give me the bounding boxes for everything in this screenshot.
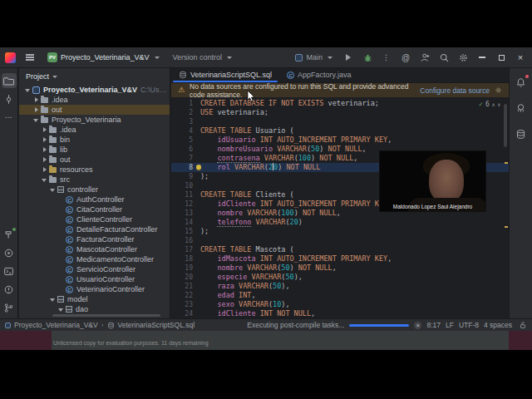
tree-item--idea[interactable]: .idea — [19, 95, 170, 105]
terminal-tool-icon[interactable] — [2, 264, 17, 278]
tree-item-citacontroller[interactable]: CCitaController — [19, 204, 170, 214]
chevron-right-icon[interactable] — [41, 146, 48, 154]
notifications-bell-icon[interactable] — [514, 75, 529, 90]
code-line-21[interactable]: 21 raza VARCHAR(50), — [171, 282, 509, 291]
tree-item-label: VeterinarioController — [76, 284, 145, 294]
line-ending[interactable]: LF — [446, 321, 454, 329]
run-tool-icon[interactable] — [2, 245, 17, 260]
code-line-14[interactable]: 14 telefono VARCHAR(20) — [171, 218, 509, 227]
tab-appfactory[interactable]: C AppFactory.java — [279, 67, 358, 82]
tree-item-clientecontroller[interactable]: CClienteController — [19, 214, 170, 224]
run-button[interactable] — [342, 51, 355, 64]
maximize-button[interactable] — [495, 51, 508, 64]
code-line-2[interactable]: 2USE veterinaria; — [171, 108, 509, 117]
intention-bulb-icon[interactable] — [196, 165, 201, 170]
search-icon[interactable] — [437, 51, 451, 64]
database-tool-icon[interactable] — [514, 126, 529, 141]
inspections-widget[interactable]: ✓ 6 ∧ ∨ — [479, 101, 500, 108]
configure-data-source-link[interactable]: Configure data source — [420, 86, 490, 95]
code-with-me-icon[interactable]: @ — [399, 51, 412, 64]
tree-item-controller[interactable]: controller — [19, 185, 170, 195]
tree-item-model[interactable]: model — [19, 294, 170, 304]
code-line-18[interactable]: 18 idMascota INT AUTO_INCREMENT PRIMARY … — [171, 254, 509, 264]
chevron-down-icon[interactable] — [32, 116, 40, 124]
file-encoding[interactable]: UTF-8 — [459, 321, 479, 329]
tree-item-proyecto-veterinaria-v-v[interactable]: Proyecto_Veterinaria_V&VC:\Users\Alejand… — [19, 85, 170, 95]
code-line-4[interactable]: 4CREATE TABLE Usuario ( — [171, 126, 509, 135]
chevron-down-icon[interactable] — [57, 306, 65, 313]
code-line-1[interactable]: 1CREATE DATABASE IF NOT EXISTS veterinar… — [171, 99, 509, 108]
chevron-down-icon[interactable]: ∨ — [497, 101, 500, 107]
tree-item-usuariocontroller[interactable]: CUsuarioController — [19, 274, 170, 284]
run-configuration-widget[interactable]: Main — [292, 52, 336, 63]
code-line-23[interactable]: 23 sexo VARCHAR(10), — [171, 300, 509, 309]
code-line-17[interactable]: 17CREATE TABLE Mascota ( — [171, 245, 509, 254]
breadcrumb[interactable]: Proyecto_Veterinaria_V&V › VeterinariaSc… — [5, 321, 195, 329]
tree-item-dao[interactable]: dao — [19, 304, 170, 314]
tree-item-out[interactable]: out — [19, 155, 170, 165]
project-tool-icon[interactable] — [2, 73, 17, 88]
banner-settings-icon[interactable] — [495, 86, 502, 95]
tab-veterinariascriptsql[interactable]: VeterinariaScriptSQL.sql — [171, 67, 279, 82]
more-tool-windows-icon[interactable]: ⋯ — [2, 110, 17, 125]
tree-item--idea[interactable]: .idea — [19, 125, 170, 135]
main-menu-icon[interactable] — [26, 54, 34, 55]
chevron-down-icon[interactable] — [49, 296, 57, 303]
line-number: 21 — [171, 282, 193, 291]
close-button[interactable]: × — [514, 51, 527, 64]
cancel-task-icon[interactable]: × — [414, 322, 421, 329]
add-user-icon[interactable] — [418, 51, 431, 64]
chevron-right-icon[interactable] — [32, 106, 40, 114]
code-line-16[interactable]: 16 — [171, 236, 509, 245]
breadcrumb-file[interactable]: VeterinariaScriptSQL.sql — [118, 321, 195, 329]
caret-position[interactable]: 8:17 — [426, 321, 441, 329]
tree-item-facturacontroller[interactable]: CFacturaController — [19, 234, 170, 244]
build-tool-icon[interactable] — [2, 227, 17, 242]
version-control-widget[interactable]: Version control — [170, 52, 236, 63]
tree-item-authcontroller[interactable]: CAuthController — [19, 195, 170, 204]
chevron-right-icon[interactable] — [41, 156, 48, 164]
code-line-3[interactable]: 3 — [171, 117, 509, 126]
tree-item-serviciocontroller[interactable]: CServicioController — [19, 264, 170, 274]
editor-scrollbar[interactable] — [504, 104, 507, 147]
chevron-up-icon[interactable]: ∧ — [492, 101, 495, 107]
code-line-15[interactable]: 15); — [171, 227, 509, 236]
chevron-down-icon[interactable] — [24, 86, 32, 94]
version-control-tool-icon[interactable] — [2, 300, 17, 315]
tree-item-veterinariocontroller[interactable]: CVeterinarioController — [19, 284, 170, 294]
readonly-lock-icon[interactable] — [519, 321, 527, 329]
code-line-20[interactable]: 20 especie VARCHAR(50), — [171, 273, 509, 282]
chevron-right-icon[interactable] — [32, 96, 40, 104]
tree-item-medicamentocontroller[interactable]: CMedicamentoController — [19, 254, 170, 264]
code-line-5[interactable]: 5 idUsuario INT AUTO_INCREMENT PRIMARY K… — [171, 135, 509, 145]
chevron-right-icon[interactable] — [41, 126, 48, 134]
chevron-down-icon[interactable] — [49, 186, 57, 194]
project-panel-header[interactable]: Project — [19, 68, 170, 85]
tree-item-src[interactable]: src — [19, 175, 170, 185]
tree-item-proyecto-veterinaria[interactable]: Proyecto_Veterinaria — [19, 115, 170, 125]
chevron-down-icon[interactable] — [41, 176, 48, 184]
project-widget[interactable]: PV Proyecto_Veterinaria_V&V — [44, 51, 163, 64]
tree-item-mascotacontroller[interactable]: CMascotaController — [19, 244, 170, 254]
breadcrumb-project[interactable]: Proyecto_Veterinaria_V&V — [14, 321, 98, 329]
problems-tool-icon[interactable] — [2, 282, 17, 297]
code-line-22[interactable]: 22 edad INT, — [171, 291, 509, 300]
ai-assistant-icon[interactable] — [514, 101, 529, 116]
tree-item-detallefacturacontroller[interactable]: CDetalleFacturaController — [19, 224, 170, 234]
chevron-right-icon[interactable] — [41, 166, 48, 174]
horizontal-scrollbar[interactable] — [52, 314, 160, 317]
more-actions-icon[interactable]: ⋮ — [380, 51, 393, 64]
minimize-button[interactable] — [475, 51, 489, 64]
code-line-19[interactable]: 19 nombre VARCHAR(50) NOT NULL, — [171, 264, 509, 273]
tree-item-lib[interactable]: lib — [19, 145, 170, 155]
commit-tool-icon[interactable] — [2, 91, 17, 106]
debug-button[interactable] — [361, 51, 374, 64]
tree-item-resources[interactable]: resources — [19, 165, 170, 175]
settings-gear-icon[interactable] — [456, 51, 470, 64]
indent-setting[interactable]: 4 spaces — [484, 321, 512, 329]
tree-item-out[interactable]: out — [19, 105, 170, 115]
chevron-right-icon[interactable] — [41, 136, 48, 144]
tree-item-bin[interactable]: bin — [19, 135, 170, 145]
status-bar: Proyecto_Veterinaria_V&V › VeterinariaSc… — [0, 318, 532, 331]
code-line-24[interactable]: 24 idCliente INT NOT NULL, — [171, 309, 509, 318]
